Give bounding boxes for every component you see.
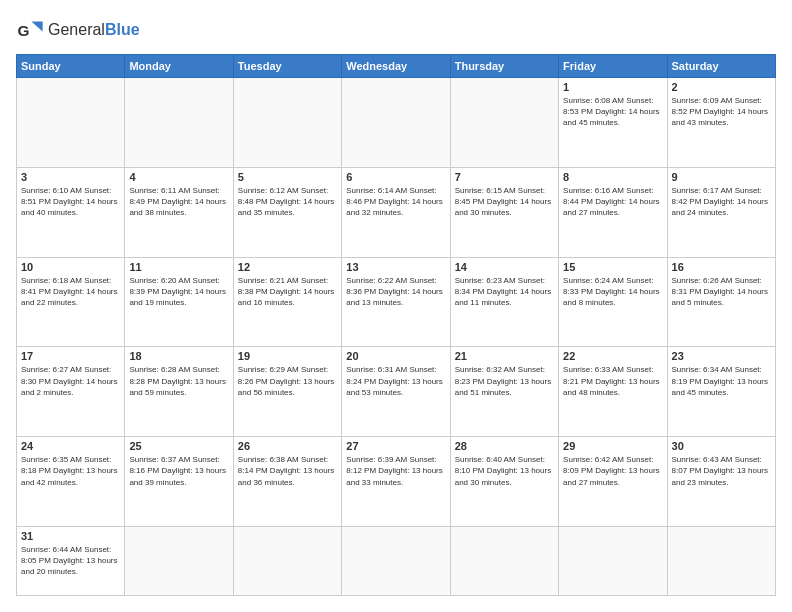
day-info: Sunrise: 6:12 AM Sunset: 8:48 PM Dayligh… — [238, 185, 337, 219]
day-number: 12 — [238, 261, 337, 273]
weekday-header-thursday: Thursday — [450, 55, 558, 78]
calendar-cell — [125, 78, 233, 168]
day-info: Sunrise: 6:31 AM Sunset: 8:24 PM Dayligh… — [346, 364, 445, 398]
calendar-cell: 10Sunrise: 6:18 AM Sunset: 8:41 PM Dayli… — [17, 257, 125, 347]
calendar-cell: 28Sunrise: 6:40 AM Sunset: 8:10 PM Dayli… — [450, 437, 558, 527]
calendar-cell — [233, 526, 341, 595]
day-info: Sunrise: 6:33 AM Sunset: 8:21 PM Dayligh… — [563, 364, 662, 398]
day-number: 10 — [21, 261, 120, 273]
svg-marker-1 — [31, 22, 42, 32]
day-number: 28 — [455, 440, 554, 452]
calendar-week-row: 1Sunrise: 6:08 AM Sunset: 8:53 PM Daylig… — [17, 78, 776, 168]
calendar-cell — [450, 526, 558, 595]
day-number: 1 — [563, 81, 662, 93]
calendar-cell: 17Sunrise: 6:27 AM Sunset: 8:30 PM Dayli… — [17, 347, 125, 437]
day-info: Sunrise: 6:21 AM Sunset: 8:38 PM Dayligh… — [238, 275, 337, 309]
day-number: 8 — [563, 171, 662, 183]
day-number: 19 — [238, 350, 337, 362]
calendar-cell — [233, 78, 341, 168]
weekday-header-saturday: Saturday — [667, 55, 775, 78]
header: G GeneralBlue — [16, 16, 776, 44]
day-number: 31 — [21, 530, 120, 542]
day-info: Sunrise: 6:39 AM Sunset: 8:12 PM Dayligh… — [346, 454, 445, 488]
calendar-cell: 13Sunrise: 6:22 AM Sunset: 8:36 PM Dayli… — [342, 257, 450, 347]
day-number: 6 — [346, 171, 445, 183]
svg-text:G: G — [17, 22, 29, 39]
day-number: 24 — [21, 440, 120, 452]
calendar-cell: 3Sunrise: 6:10 AM Sunset: 8:51 PM Daylig… — [17, 167, 125, 257]
calendar-cell: 30Sunrise: 6:43 AM Sunset: 8:07 PM Dayli… — [667, 437, 775, 527]
calendar-cell: 12Sunrise: 6:21 AM Sunset: 8:38 PM Dayli… — [233, 257, 341, 347]
calendar-cell: 8Sunrise: 6:16 AM Sunset: 8:44 PM Daylig… — [559, 167, 667, 257]
day-number: 14 — [455, 261, 554, 273]
day-info: Sunrise: 6:14 AM Sunset: 8:46 PM Dayligh… — [346, 185, 445, 219]
calendar-cell — [125, 526, 233, 595]
day-info: Sunrise: 6:26 AM Sunset: 8:31 PM Dayligh… — [672, 275, 771, 309]
day-number: 23 — [672, 350, 771, 362]
day-info: Sunrise: 6:08 AM Sunset: 8:53 PM Dayligh… — [563, 95, 662, 129]
day-number: 20 — [346, 350, 445, 362]
calendar-cell: 27Sunrise: 6:39 AM Sunset: 8:12 PM Dayli… — [342, 437, 450, 527]
weekday-header-monday: Monday — [125, 55, 233, 78]
logo-text: GeneralBlue — [48, 21, 140, 39]
calendar-week-row: 10Sunrise: 6:18 AM Sunset: 8:41 PM Dayli… — [17, 257, 776, 347]
day-number: 11 — [129, 261, 228, 273]
day-info: Sunrise: 6:24 AM Sunset: 8:33 PM Dayligh… — [563, 275, 662, 309]
day-info: Sunrise: 6:27 AM Sunset: 8:30 PM Dayligh… — [21, 364, 120, 398]
day-info: Sunrise: 6:44 AM Sunset: 8:05 PM Dayligh… — [21, 544, 120, 578]
calendar-week-row: 17Sunrise: 6:27 AM Sunset: 8:30 PM Dayli… — [17, 347, 776, 437]
calendar-cell: 9Sunrise: 6:17 AM Sunset: 8:42 PM Daylig… — [667, 167, 775, 257]
day-number: 17 — [21, 350, 120, 362]
logo: G GeneralBlue — [16, 16, 140, 44]
day-info: Sunrise: 6:40 AM Sunset: 8:10 PM Dayligh… — [455, 454, 554, 488]
day-info: Sunrise: 6:28 AM Sunset: 8:28 PM Dayligh… — [129, 364, 228, 398]
calendar-cell: 23Sunrise: 6:34 AM Sunset: 8:19 PM Dayli… — [667, 347, 775, 437]
day-info: Sunrise: 6:11 AM Sunset: 8:49 PM Dayligh… — [129, 185, 228, 219]
calendar-cell — [450, 78, 558, 168]
day-number: 27 — [346, 440, 445, 452]
calendar-week-row: 3Sunrise: 6:10 AM Sunset: 8:51 PM Daylig… — [17, 167, 776, 257]
day-number: 21 — [455, 350, 554, 362]
calendar-cell: 19Sunrise: 6:29 AM Sunset: 8:26 PM Dayli… — [233, 347, 341, 437]
day-info: Sunrise: 6:43 AM Sunset: 8:07 PM Dayligh… — [672, 454, 771, 488]
weekday-header-wednesday: Wednesday — [342, 55, 450, 78]
day-info: Sunrise: 6:20 AM Sunset: 8:39 PM Dayligh… — [129, 275, 228, 309]
calendar-cell: 18Sunrise: 6:28 AM Sunset: 8:28 PM Dayli… — [125, 347, 233, 437]
day-number: 18 — [129, 350, 228, 362]
day-info: Sunrise: 6:10 AM Sunset: 8:51 PM Dayligh… — [21, 185, 120, 219]
day-info: Sunrise: 6:42 AM Sunset: 8:09 PM Dayligh… — [563, 454, 662, 488]
day-number: 9 — [672, 171, 771, 183]
day-number: 13 — [346, 261, 445, 273]
day-number: 26 — [238, 440, 337, 452]
calendar-cell — [559, 526, 667, 595]
day-info: Sunrise: 6:37 AM Sunset: 8:16 PM Dayligh… — [129, 454, 228, 488]
calendar-week-row: 31Sunrise: 6:44 AM Sunset: 8:05 PM Dayli… — [17, 526, 776, 595]
day-info: Sunrise: 6:35 AM Sunset: 8:18 PM Dayligh… — [21, 454, 120, 488]
day-info: Sunrise: 6:22 AM Sunset: 8:36 PM Dayligh… — [346, 275, 445, 309]
day-info: Sunrise: 6:09 AM Sunset: 8:52 PM Dayligh… — [672, 95, 771, 129]
calendar-cell: 20Sunrise: 6:31 AM Sunset: 8:24 PM Dayli… — [342, 347, 450, 437]
day-number: 15 — [563, 261, 662, 273]
day-number: 30 — [672, 440, 771, 452]
day-number: 29 — [563, 440, 662, 452]
calendar-cell: 29Sunrise: 6:42 AM Sunset: 8:09 PM Dayli… — [559, 437, 667, 527]
calendar-cell — [17, 78, 125, 168]
day-info: Sunrise: 6:38 AM Sunset: 8:14 PM Dayligh… — [238, 454, 337, 488]
calendar-cell: 6Sunrise: 6:14 AM Sunset: 8:46 PM Daylig… — [342, 167, 450, 257]
calendar-table: SundayMondayTuesdayWednesdayThursdayFrid… — [16, 54, 776, 596]
day-number: 22 — [563, 350, 662, 362]
calendar-cell: 5Sunrise: 6:12 AM Sunset: 8:48 PM Daylig… — [233, 167, 341, 257]
day-info: Sunrise: 6:18 AM Sunset: 8:41 PM Dayligh… — [21, 275, 120, 309]
logo-icon: G — [16, 16, 44, 44]
day-info: Sunrise: 6:16 AM Sunset: 8:44 PM Dayligh… — [563, 185, 662, 219]
day-number: 7 — [455, 171, 554, 183]
weekday-header-row: SundayMondayTuesdayWednesdayThursdayFrid… — [17, 55, 776, 78]
calendar-cell: 24Sunrise: 6:35 AM Sunset: 8:18 PM Dayli… — [17, 437, 125, 527]
day-info: Sunrise: 6:17 AM Sunset: 8:42 PM Dayligh… — [672, 185, 771, 219]
calendar-cell: 22Sunrise: 6:33 AM Sunset: 8:21 PM Dayli… — [559, 347, 667, 437]
day-info: Sunrise: 6:29 AM Sunset: 8:26 PM Dayligh… — [238, 364, 337, 398]
day-number: 3 — [21, 171, 120, 183]
day-number: 5 — [238, 171, 337, 183]
page: G GeneralBlue SundayMondayTuesdayWednesd… — [0, 0, 792, 612]
day-number: 25 — [129, 440, 228, 452]
